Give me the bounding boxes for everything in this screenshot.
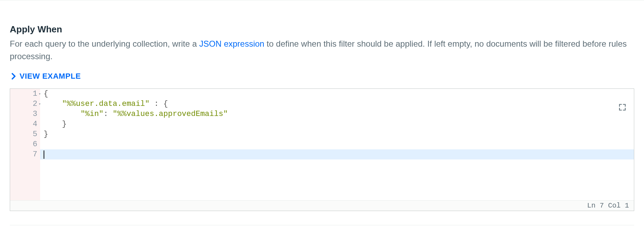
editor-statusbar: Ln 7 Col 1 (10, 200, 634, 211)
status-ln-value: 7 (600, 202, 604, 210)
code-line[interactable]: } (44, 129, 634, 139)
section-description: For each query to the underlying collect… (10, 38, 634, 63)
view-example-toggle[interactable]: VIEW EXAMPLE (11, 72, 81, 81)
code-line[interactable]: { (44, 89, 634, 99)
editor-gutter: 1▾2▾34567 (10, 89, 40, 200)
gutter-line: 5 (10, 129, 40, 139)
editor-body[interactable]: 1▾2▾34567 { "%%user.data.email" : { "%in… (10, 89, 634, 200)
description-pre: For each query to the underlying collect… (10, 39, 199, 48)
editor-code-area[interactable]: { "%%user.data.email" : { "%in": "%%valu… (40, 89, 634, 200)
chevron-right-icon (11, 73, 16, 80)
bottom-divider (10, 225, 634, 225)
fullscreen-icon[interactable] (619, 103, 626, 112)
code-line[interactable]: } (44, 119, 634, 129)
status-col-label: Col (608, 202, 621, 210)
json-expression-link[interactable]: JSON expression (199, 39, 264, 48)
code-line[interactable]: "%%user.data.email" : { (44, 99, 634, 109)
code-line[interactable]: "%in": "%%values.approvedEmails" (44, 109, 634, 119)
code-line[interactable] (40, 149, 634, 159)
status-col-value: 1 (625, 202, 629, 210)
gutter-line: 3 (10, 109, 40, 119)
status-ln-label: Ln (587, 202, 596, 210)
apply-when-section: Apply When For each query to the underly… (0, 0, 644, 225)
gutter-line: 4 (10, 119, 40, 129)
gutter-line: 2▾ (10, 99, 40, 109)
gutter-line: 7 (10, 149, 40, 159)
code-editor[interactable]: 1▾2▾34567 { "%%user.data.email" : { "%in… (10, 88, 634, 211)
gutter-line: 1▾ (10, 89, 40, 99)
view-example-label: VIEW EXAMPLE (20, 72, 81, 81)
code-line[interactable] (44, 139, 634, 149)
section-title: Apply When (10, 24, 634, 35)
cursor-caret (44, 150, 44, 159)
gutter-line: 6 (10, 139, 40, 149)
